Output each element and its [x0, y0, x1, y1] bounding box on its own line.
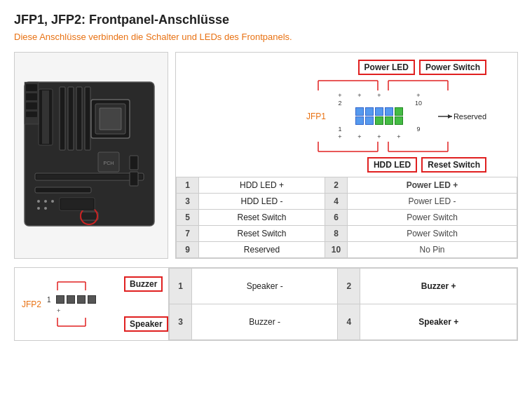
cell-num: 3 [177, 194, 199, 210]
jfp2-pin-4 [88, 295, 96, 304]
pin-9 [395, 116, 403, 125]
jfp2-pin-1 [56, 295, 64, 304]
svg-rect-15 [130, 156, 138, 170]
cell-label: HDD LED - [199, 194, 325, 210]
svg-rect-5 [76, 87, 82, 150]
cell-num: 5 [177, 210, 199, 226]
cell-label: Power Switch [348, 226, 517, 242]
svg-marker-38 [448, 114, 452, 119]
table-row: 1 HDD LED + 2 Power LED + [177, 177, 517, 194]
svg-point-17 [37, 200, 40, 203]
cell-num: 4 [325, 194, 348, 210]
pin-8 [385, 107, 393, 116]
pin-3 [365, 116, 374, 125]
power-led-label: Power LED [358, 60, 415, 75]
jfp2-left: JFP2 Buzzer 1 + [15, 268, 169, 340]
jfp1-pins [355, 107, 413, 116]
jfp2-speaker-bracket-svg [47, 316, 103, 332]
pin-4 [365, 107, 374, 116]
cell-num: 8 [325, 226, 348, 242]
jfp1-pins-bottom [355, 116, 413, 125]
reserved-arrow-svg [438, 112, 453, 121]
jfp2-pins-row: 1 [47, 295, 168, 304]
svg-rect-14 [35, 187, 91, 193]
jfp2-label: JFP2 [22, 299, 43, 309]
reserved-label: Reserved [453, 112, 486, 121]
jfp2-buzzer-bracket-svg [47, 276, 103, 292]
cell-num: 10 [325, 242, 348, 258]
board-image: PCH [14, 52, 168, 259]
pin-6 [375, 107, 383, 116]
jfp2-table-row: 3 Buzzer - 4 Speaker + [170, 304, 517, 340]
svg-rect-2 [42, 90, 49, 144]
svg-rect-16 [130, 172, 138, 186]
svg-point-19 [51, 200, 54, 203]
cell-label: Power LED + [348, 177, 517, 194]
cell-label: No Pin [348, 242, 517, 258]
table-row: 9 Reserved 10 No Pin [177, 242, 517, 258]
svg-rect-6 [85, 87, 90, 150]
table-row: 7 Reset Switch 8 Power Switch [177, 226, 517, 242]
top-brackets-svg [297, 76, 486, 92]
jfp2-table-row: 1 Speaker - 2 Buzzer + [170, 269, 517, 304]
pin-10 [395, 107, 403, 116]
svg-text:PCH: PCH [104, 161, 114, 166]
svg-rect-30 [61, 199, 93, 209]
svg-rect-25 [26, 84, 37, 91]
cell-label: Power LED - [348, 194, 517, 210]
hdd-led-label: HDD LED [367, 157, 417, 173]
connector-diagram: Power LED Power Switch JFP1 [176, 53, 517, 177]
svg-rect-26 [26, 93, 37, 100]
jfp1-label: JFP1 [306, 112, 330, 121]
svg-rect-28 [26, 112, 37, 117]
jfp2-table: 1 Speaker - 2 Buzzer + 3 Buzzer - 4 Spea… [169, 268, 517, 340]
svg-rect-9 [100, 108, 121, 130]
pin-7 [385, 116, 393, 125]
cell-num: 7 [177, 226, 199, 242]
page-title: JFP1, JFP2: Frontpanel-Anschlüsse [14, 13, 518, 27]
svg-point-21 [44, 207, 47, 210]
power-switch-label: Power Switch [419, 60, 486, 75]
reset-switch-label: Reset Switch [421, 157, 486, 173]
cell-num: 2 [325, 177, 348, 194]
svg-rect-22 [81, 212, 98, 220]
pin-5 [375, 116, 383, 125]
cell-label: HDD LED + [199, 177, 325, 194]
svg-rect-27 [26, 102, 37, 109]
jfp2-buzzer-label: Buzzer [124, 276, 163, 292]
svg-rect-3 [60, 87, 65, 150]
jfp2-pin-num: 1 [47, 296, 54, 304]
jfp1-table: 1 HDD LED + 2 Power LED + 3 HDD LED - 4 … [176, 177, 517, 258]
svg-rect-13 [36, 175, 142, 179]
jfp2-speaker-label: Speaker [124, 316, 168, 332]
page-subtitle: Diese Anschlüsse verbinden die Schalter … [14, 32, 518, 42]
cell-label: Reset Switch [199, 210, 325, 226]
pin-2 [355, 107, 364, 116]
svg-rect-4 [68, 87, 74, 150]
motherboard-svg: PCH [21, 79, 161, 233]
table-row: 5 Reset Switch 6 Power Switch [177, 210, 517, 226]
jfp2-pin-2 [67, 295, 75, 304]
cell-num: 1 [177, 177, 199, 194]
jfp2-section: JFP2 Buzzer 1 + [14, 267, 518, 341]
pin-1 [355, 116, 364, 125]
jfp2-pin-3 [77, 295, 86, 304]
jfp2-diagram: Buzzer 1 + Speaker [47, 276, 168, 332]
cell-label: Power Switch [348, 210, 517, 226]
table-row: 3 HDD LED - 4 Power LED - [177, 194, 517, 210]
bottom-brackets-svg [297, 140, 486, 156]
jfp1-section: Power LED Power Switch JFP1 [175, 52, 518, 259]
cell-num: 9 [177, 242, 199, 258]
cell-label: Reserved [199, 242, 325, 258]
cell-num: 6 [325, 210, 348, 226]
svg-point-20 [37, 207, 40, 210]
svg-point-18 [44, 200, 47, 203]
cell-label: Reset Switch [199, 226, 325, 242]
